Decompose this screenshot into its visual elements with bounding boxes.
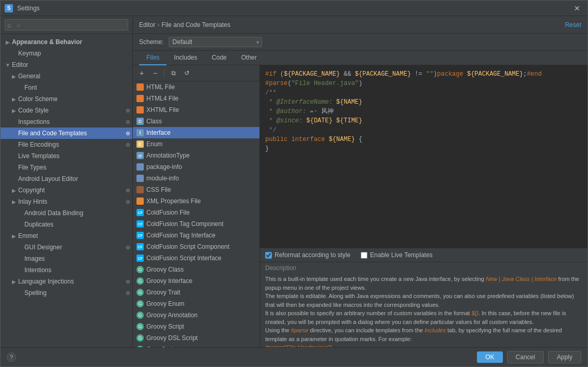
tree-arrow: ▶ <box>11 278 17 285</box>
reformat-checkbox[interactable] <box>265 252 272 259</box>
sidebar-item-fileencodings[interactable]: File Encodings⚙ <box>1 139 132 150</box>
sidebar-item-duplicates[interactable]: Duplicates <box>1 219 132 230</box>
sidebar-item-badge: ⚙ <box>126 290 130 296</box>
sidebar-item-emmet[interactable]: ▶Emmet <box>1 230 132 242</box>
sidebar-item-general[interactable]: ▶General <box>1 70 132 82</box>
search-wrapper <box>5 19 128 31</box>
code-editor[interactable]: #if (${PACKAGE_NAME} && ${PACKAGE_NAME} … <box>260 65 587 248</box>
sidebar-item-androidlayout[interactable]: Android Layout Editor <box>1 173 132 185</box>
file-icon-html <box>136 106 144 114</box>
file-item-name: ColdFusion Tag Interface <box>146 232 215 239</box>
file-icon-cf: CF <box>136 208 144 217</box>
sidebar-item-inspections[interactable]: Inspections⚙ <box>1 116 132 128</box>
cancel-button[interactable]: Cancel <box>507 351 544 363</box>
file-list-item[interactable]: CFColdFusion Script Component <box>133 241 259 252</box>
copy-template-button[interactable]: ⧉ <box>168 67 179 79</box>
editor-panel: #if (${PACKAGE_NAME} && ${PACKAGE_NAME} … <box>260 65 587 347</box>
sidebar-item-label: Color Scheme <box>18 95 58 103</box>
sidebar-item-copyright[interactable]: ▶Copyright⚙ <box>1 185 132 196</box>
reformat-option[interactable]: Reformat according to style <box>265 251 350 259</box>
tab-files[interactable]: Files <box>139 51 167 65</box>
sidebar-item-languageinjections[interactable]: ▶Language Injections⚙ <box>1 276 132 287</box>
file-list-item[interactable]: CFColdFusion Script Interface <box>133 252 259 264</box>
tab-includes[interactable]: Includes <box>167 51 204 65</box>
code-line: * @since: ${DATE} ${TIME} <box>265 116 582 125</box>
file-icon-cf: CF <box>136 243 144 251</box>
file-list-item[interactable]: XML Properties File <box>133 195 259 207</box>
add-template-button[interactable]: + <box>136 67 147 79</box>
file-item-name: Enum <box>146 140 162 148</box>
file-list-item[interactable]: @AnnotationType <box>133 150 259 161</box>
code-line: */ <box>265 125 582 135</box>
sidebar-item-keymap[interactable]: Keymap <box>1 48 132 59</box>
sidebar-item-spelling[interactable]: Spelling⚙ <box>1 287 132 299</box>
file-list-item[interactable]: GGant Script <box>133 344 259 347</box>
tree-arrow: ▶ <box>11 73 17 79</box>
sidebar-item-filecodetemplates[interactable]: File and Code Templates⚙ <box>1 128 132 139</box>
file-list-item[interactable]: GGroovy Class <box>133 264 259 275</box>
file-list-item[interactable]: CClass <box>133 116 259 127</box>
file-icon-css <box>136 186 144 194</box>
apply-button[interactable]: Apply <box>548 351 581 363</box>
file-list-item[interactable]: GGroovy Annotation <box>133 309 259 321</box>
file-list-item[interactable]: CFColdFusion File <box>133 207 259 218</box>
right-panel: Editor › File and Code Templates Reset S… <box>133 16 587 347</box>
sidebar-item-label: Keymap <box>18 50 41 57</box>
sidebar-item-editor[interactable]: ▼Editor <box>1 59 132 70</box>
file-icon-enum: E <box>136 140 144 148</box>
file-list-item[interactable]: package-info <box>133 161 259 173</box>
file-list-item[interactable]: GGroovy DSL Script <box>133 332 259 344</box>
file-list-item[interactable]: CSS File <box>133 184 259 195</box>
sidebar-item-images[interactable]: Images <box>1 253 132 264</box>
sidebar-item-label: File Types <box>18 164 46 171</box>
file-list-item[interactable]: CFColdFusion Tag Component <box>133 218 259 230</box>
tree-arrow: ▼ <box>5 62 11 68</box>
sidebar-item-appearance[interactable]: ▶Appearance & Behavior <box>1 36 132 48</box>
sidebar-item-badge: ⚙ <box>126 199 130 205</box>
close-button[interactable]: ✕ <box>571 3 583 13</box>
file-list-item[interactable]: GGroovy Trait <box>133 287 259 298</box>
sidebar-item-intentions[interactable]: Intentions <box>1 264 132 276</box>
reset-template-button[interactable]: ↺ <box>181 67 193 79</box>
remove-template-button[interactable]: − <box>149 67 161 79</box>
tab-other[interactable]: Other <box>234 51 264 65</box>
file-list-item[interactable]: module-info <box>133 173 259 184</box>
file-list-item[interactable]: GGroovy Interface <box>133 275 259 287</box>
sidebar-item-colorscheme[interactable]: ▶Color Scheme <box>1 93 132 105</box>
help-button[interactable]: ? <box>7 352 16 362</box>
file-list-item[interactable]: EEnum <box>133 138 259 150</box>
tree-arrow: ▶ <box>11 233 17 239</box>
tree-arrow <box>11 153 17 159</box>
tree-arrow <box>11 142 17 148</box>
sidebar-item-font[interactable]: Font <box>1 82 132 93</box>
file-icon-groovy: G <box>136 277 144 285</box>
file-icon-interface: I <box>136 129 144 137</box>
scheme-select[interactable]: Default Project <box>169 37 262 47</box>
sidebar-item-inlayhints[interactable]: ▶Inlay Hints⚙ <box>1 196 132 207</box>
code-line: * @InterfaceName: ${NAME} <box>265 97 582 107</box>
file-icon-cf: CF <box>136 254 144 262</box>
file-icon-class: C <box>136 117 144 125</box>
file-list-item[interactable]: GGroovy Script <box>133 321 259 332</box>
file-list-item[interactable]: CFColdFusion Tag Interface <box>133 230 259 241</box>
file-icon-groovy: G <box>136 288 144 297</box>
sidebar-item-androiddatabinding[interactable]: Android Data Binding <box>1 207 132 219</box>
app-icon: S <box>5 4 13 12</box>
sidebar-item-livetemplates[interactable]: Live Templates <box>1 150 132 162</box>
sidebar-item-codestyle[interactable]: ▶Code Style⚙ <box>1 105 132 116</box>
search-input[interactable] <box>5 19 128 31</box>
file-list-item[interactable]: HTML4 File <box>133 93 259 104</box>
tab-code[interactable]: Code <box>204 51 234 65</box>
sidebar-item-guidesigner[interactable]: GUI Designer⚙ <box>1 242 132 253</box>
file-list-item[interactable]: GGroovy Enum <box>133 298 259 309</box>
file-list-item[interactable]: XHTML File <box>133 104 259 116</box>
reset-button[interactable]: Reset <box>565 21 581 29</box>
live-templates-checkbox[interactable] <box>361 252 367 259</box>
file-list-item[interactable]: HTML File <box>133 81 259 93</box>
sidebar-item-label: General <box>18 73 40 80</box>
live-templates-option[interactable]: Enable Live Templates <box>361 251 433 259</box>
file-item-name: AnnotationType <box>146 152 189 159</box>
ok-button[interactable]: OK <box>477 351 502 363</box>
file-list-item[interactable]: IInterface <box>133 127 259 138</box>
sidebar-item-filetypes[interactable]: File Types <box>1 162 132 173</box>
